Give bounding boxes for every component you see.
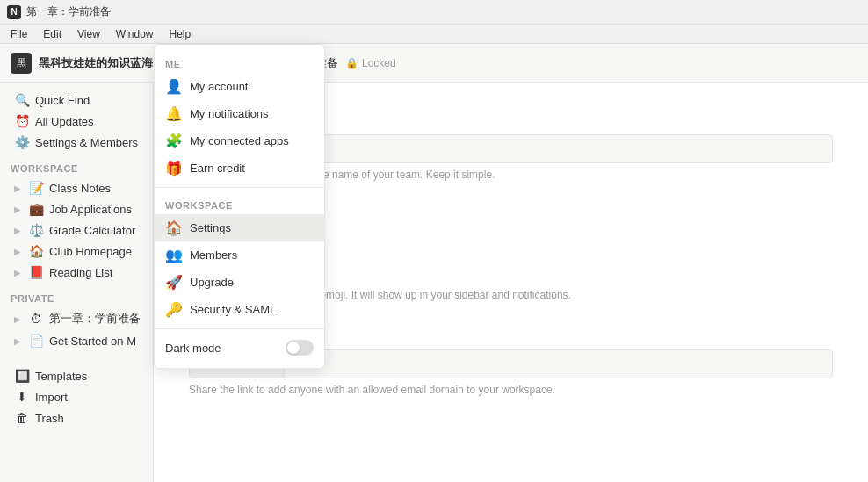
menu-bar: File Edit View Window Help: [0, 25, 868, 44]
menu-edit[interactable]: Edit: [36, 26, 69, 42]
sidebar-item-class-notes[interactable]: ▶ 📝 Class Notes: [4, 177, 149, 198]
job-icon: 💼: [28, 202, 44, 216]
menu-window[interactable]: Window: [109, 26, 161, 42]
sidebar-all-updates[interactable]: ⏰ All Updates: [4, 111, 149, 132]
chevron-right-icon: ▶: [14, 314, 21, 324]
settings-icon: ⚙️: [14, 135, 30, 149]
overlay-divider-2: [155, 328, 324, 329]
connected-apps-icon: 🧩: [165, 133, 183, 149]
chevron-right-icon: ▶: [14, 183, 21, 193]
lock-icon: 🔒: [345, 57, 358, 69]
sidebar-item-get-started[interactable]: ▶ 📄 Get Started on M: [4, 330, 149, 351]
security-icon: 🔑: [165, 301, 183, 318]
chevron-right-icon: ▶: [14, 247, 21, 256]
import-icon: ⬇: [14, 390, 30, 404]
overlay-workspace-label: WORKSPACE: [155, 193, 324, 214]
app-container: 黑 黑科技娃娃的知识蓝海 › ← → ⏱ 第一章：学前准备 🔒 Locked 🔍…: [0, 44, 868, 482]
overlay-my-account[interactable]: 👤 My account: [155, 83, 324, 100]
chevron-right-icon: ▶: [14, 226, 21, 235]
settings-overlay-icon: 🏠: [165, 219, 183, 236]
sidebar-item-reading-list[interactable]: ▶ 📕 Reading List: [4, 262, 149, 283]
upgrade-icon: 🚀: [165, 274, 183, 291]
title-bar-text: 第一章：学前准备: [26, 4, 111, 19]
menu-view[interactable]: View: [70, 26, 107, 42]
workspace-icon: 黑: [11, 53, 32, 74]
toggle-knob: [287, 342, 300, 354]
main-area: 🔍 Quick Find ⏰ All Updates ⚙️ Settings &…: [0, 83, 868, 482]
overlay-earn-credit[interactable]: 🎁 Earn credit: [155, 155, 324, 182]
account-icon: 👤: [165, 83, 183, 95]
overlay-divider: [155, 187, 324, 188]
private-section-label: PRIVATE: [0, 283, 153, 307]
overlay-settings[interactable]: 🏠 Settings: [155, 214, 324, 241]
lock-label: Locked: [362, 57, 396, 69]
sidebar-item-grade-calculator[interactable]: ▶ ⚖️ Grade Calculator: [4, 219, 149, 241]
reading-icon: 📕: [28, 265, 44, 279]
clock-icon: ⏱: [28, 312, 44, 326]
menu-help[interactable]: Help: [163, 26, 199, 42]
menu-file[interactable]: File: [4, 26, 34, 42]
templates-icon: 🔲: [14, 369, 30, 383]
sidebar-item-chapter-one[interactable]: ▶ ⏱ 第一章：学前准备: [4, 307, 149, 330]
app-icon: N: [7, 5, 21, 19]
earn-credit-icon: 🎁: [165, 160, 183, 176]
overlay-my-connected-apps[interactable]: 🧩 My connected apps: [155, 127, 324, 155]
nav-lock: 🔒 Locked: [345, 57, 396, 69]
overlay-upgrade[interactable]: 🚀 Upgrade: [155, 269, 324, 296]
sidebar-item-trash[interactable]: 🗑 Trash: [4, 407, 149, 428]
sidebar: 🔍 Quick Find ⏰ All Updates ⚙️ Settings &…: [0, 83, 154, 482]
trash-icon: 🗑: [14, 411, 30, 425]
sidebar-quick-find[interactable]: 🔍 Quick Find: [4, 90, 149, 111]
overlay-my-notifications[interactable]: 🔔 My notifications: [155, 100, 324, 127]
workspace-section-label: WORKSPACE: [0, 153, 153, 177]
chevron-right-icon: ▶: [14, 336, 21, 346]
settings-overlay: ME 👤 My account 🔔 My notifications 🧩 My …: [154, 83, 325, 369]
sidebar-item-job-applications[interactable]: ▶ 💼 Job Applications: [4, 198, 149, 219]
overlay-members[interactable]: 👥 Members: [155, 241, 324, 269]
sidebar-item-templates[interactable]: 🔲 Templates: [4, 365, 149, 386]
dark-mode-toggle[interactable]: [286, 340, 314, 356]
dark-mode-label: Dark mode: [165, 342, 221, 355]
dark-mode-row: Dark mode: [155, 335, 324, 361]
sidebar-item-club-homepage[interactable]: ▶ 🏠 Club Homepage: [4, 241, 149, 262]
class-notes-icon: 📝: [28, 181, 44, 195]
notifications-icon: 🔔: [165, 105, 183, 122]
title-bar: N 第一章：学前准备: [0, 0, 868, 25]
overlay-security-saml[interactable]: 🔑 Security & SAML: [155, 296, 324, 323]
domain-input[interactable]: [285, 350, 832, 378]
grade-icon: ⚖️: [28, 223, 44, 237]
workspace-name: 黑科技娃娃的知识蓝海: [39, 55, 153, 71]
domain-hint: Share the link to add anyone with an all…: [189, 384, 833, 396]
nav-bar: 黑 黑科技娃娃的知识蓝海 › ← → ⏱ 第一章：学前准备 🔒 Locked: [0, 44, 868, 83]
sidebar-item-import[interactable]: ⬇ Import: [4, 386, 149, 407]
chevron-right-icon: ▶: [14, 205, 21, 214]
sidebar-settings-members[interactable]: ⚙️ Settings & Members: [4, 132, 149, 153]
search-icon: 🔍: [14, 93, 30, 107]
doc-icon: 📄: [28, 334, 44, 348]
members-icon: 👥: [165, 247, 183, 263]
chevron-right-icon: ▶: [14, 268, 21, 277]
updates-icon: ⏰: [14, 114, 30, 128]
club-icon: 🏠: [28, 244, 44, 258]
